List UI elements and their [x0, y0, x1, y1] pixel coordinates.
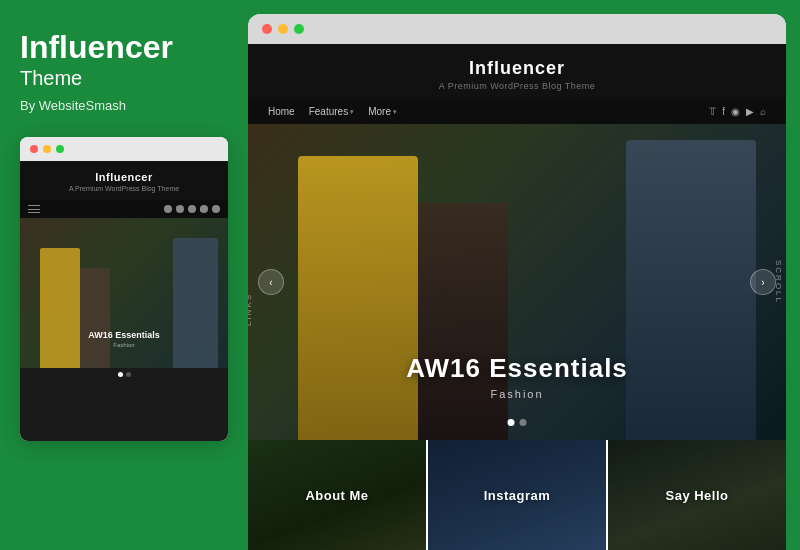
chrome-dot-green[interactable]	[294, 24, 304, 34]
mini-figure-3	[173, 238, 218, 368]
website-name: Influencer	[268, 58, 766, 79]
website-hero: ‹ › AW16 Essentials Fashion Scroll Links	[248, 124, 786, 440]
browser-content: Influencer A Premium WordPress Blog Them…	[248, 44, 786, 550]
mini-dot-yellow	[43, 145, 51, 153]
website-nav-left: Home Features ▾ More ▾	[268, 106, 397, 117]
hero-dot-2[interactable]	[520, 419, 527, 426]
mini-site-name: Influencer	[28, 171, 220, 183]
hero-center-text: AW16 Essentials Fashion	[406, 353, 628, 400]
theme-author: By WebsiteSmash	[20, 98, 228, 113]
nav-item-features[interactable]: Features ▾	[309, 106, 354, 117]
mini-browser-bar	[20, 137, 228, 161]
hero-figure-3	[626, 140, 756, 440]
hero-figure-2	[418, 203, 508, 440]
mini-yt-icon: ▶	[200, 205, 208, 213]
mini-hero: AW16 Essentials Fashion	[20, 218, 228, 368]
hero-next-button[interactable]: ›	[750, 269, 776, 295]
mini-site-header: Influencer A Premium WordPress Blog Them…	[20, 161, 228, 200]
website-tagline: A Premium WordPress Blog Theme	[268, 81, 766, 91]
hero-title: AW16 Essentials	[406, 353, 628, 384]
hero-figure-1	[298, 156, 418, 440]
mini-fb-icon: f	[176, 205, 184, 213]
left-panel: Influencer Theme By WebsiteSmash Influen…	[0, 0, 248, 550]
mini-browser-content: Influencer A Premium WordPress Blog Them…	[20, 161, 228, 441]
mini-dot-red	[30, 145, 38, 153]
mini-site-tagline: A Premium WordPress Blog Theme	[28, 185, 220, 192]
nav-ig-icon[interactable]: ◉	[731, 106, 740, 117]
chrome-dot-yellow[interactable]	[278, 24, 288, 34]
website-nav: Home Features ▾ More ▾ 𝕋 f ◉ ▶ ⌕	[248, 99, 786, 124]
card-instagram-overlay: Instagram	[428, 440, 606, 550]
mini-nav-icons: 𝕋 f ◉ ▶ ⌕	[164, 205, 220, 213]
chrome-dot-red[interactable]	[262, 24, 272, 34]
theme-subtitle: Theme	[20, 67, 228, 90]
mini-hero-category: Fashion	[88, 342, 160, 348]
mini-twitter-icon: 𝕋	[164, 205, 172, 213]
mini-hero-text: AW16 Essentials Fashion	[88, 330, 160, 348]
mini-hamburger-icon	[28, 205, 40, 213]
bottom-card-contact[interactable]: Say Hello	[606, 440, 786, 550]
bottom-card-about[interactable]: About Me	[248, 440, 426, 550]
hero-prev-button[interactable]: ‹	[258, 269, 284, 295]
nav-fb-icon[interactable]: f	[722, 106, 725, 117]
hero-dots-indicator	[508, 419, 527, 426]
card-about-overlay: About Me	[248, 440, 426, 550]
hero-scroll-label: Scroll	[773, 260, 782, 304]
nav-item-home[interactable]: Home	[268, 106, 295, 117]
mini-figure-1	[40, 248, 80, 368]
mini-dot-indicator-2	[126, 372, 131, 377]
mini-dot-green	[56, 145, 64, 153]
website-nav-icons: 𝕋 f ◉ ▶ ⌕	[709, 106, 766, 117]
hero-links-label: Links	[248, 293, 253, 326]
card-about-label: About Me	[305, 488, 368, 503]
browser-chrome-bar	[248, 14, 786, 44]
mini-ig-icon: ◉	[188, 205, 196, 213]
nav-search-icon[interactable]: ⌕	[760, 106, 766, 117]
mini-browser-preview: Influencer A Premium WordPress Blog Them…	[20, 137, 228, 441]
mini-dot-indicator-1	[118, 372, 123, 377]
nav-item-more[interactable]: More ▾	[368, 106, 397, 117]
mini-nav: 𝕋 f ◉ ▶ ⌕	[20, 200, 228, 218]
bottom-card-instagram[interactable]: Instagram	[426, 440, 606, 550]
hero-dot-1[interactable]	[508, 419, 515, 426]
main-browser: Influencer A Premium WordPress Blog Them…	[248, 14, 786, 550]
mini-figure-2	[80, 268, 110, 368]
bottom-cards: About Me Instagram Say Hello	[248, 440, 786, 550]
card-contact-overlay: Say Hello	[608, 440, 786, 550]
nav-yt-icon[interactable]: ▶	[746, 106, 754, 117]
mini-search-icon: ⌕	[212, 205, 220, 213]
nav-twitter-icon[interactable]: 𝕋	[709, 106, 716, 117]
hero-category: Fashion	[406, 388, 628, 400]
theme-title-block: Influencer Theme By WebsiteSmash	[20, 30, 228, 113]
theme-name: Influencer	[20, 30, 228, 65]
mini-hero-title: AW16 Essentials	[88, 330, 160, 340]
card-contact-label: Say Hello	[665, 488, 728, 503]
website-header: Influencer A Premium WordPress Blog Them…	[248, 44, 786, 99]
mini-dots-row	[20, 368, 228, 381]
card-instagram-label: Instagram	[484, 488, 551, 503]
